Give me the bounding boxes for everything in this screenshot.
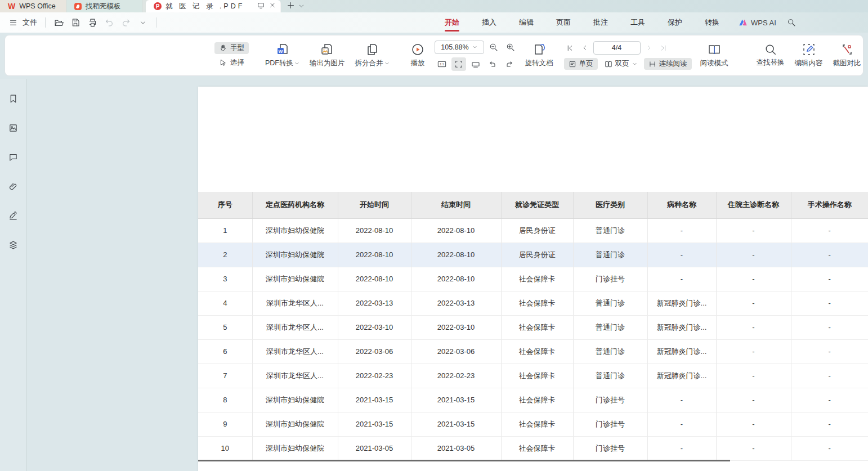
tab-docer-templates[interactable]: 找稻壳模板 <box>66 0 142 12</box>
menu-tab-annotate[interactable]: 批注 <box>582 12 619 33</box>
compress-button[interactable]: 压缩 <box>866 42 868 69</box>
first-page-icon <box>566 44 574 52</box>
select-tool-button[interactable]: 选择 <box>214 57 249 69</box>
header-disease-name: 病种名称 <box>647 192 716 218</box>
first-page-button[interactable] <box>564 41 576 55</box>
menu-tab-edit[interactable]: 编辑 <box>508 12 545 33</box>
header-medical-category: 医疗类别 <box>573 192 647 218</box>
bookmarks-panel-button[interactable] <box>5 90 22 107</box>
table-row[interactable]: 1深圳市妇幼保健院2022-08-102022-08-10居民身份证普通门诊--… <box>198 218 868 243</box>
new-tab-plus-icon[interactable] <box>287 1 295 12</box>
close-tab-icon[interactable] <box>269 2 276 11</box>
table-cell: 门诊挂号 <box>573 267 647 291</box>
print-icon[interactable] <box>85 15 100 30</box>
wps-ai-button[interactable]: WPS AI <box>739 19 776 27</box>
edit-content-button[interactable]: 编辑内容 <box>790 42 828 69</box>
table-row[interactable]: 10深圳市妇幼保健院2021-03-052021-03-05社会保障卡门诊挂号-… <box>198 436 868 460</box>
menu-tab-protect[interactable]: 保护 <box>656 12 693 33</box>
page-indicator-value: 4/4 <box>612 44 621 52</box>
menu-tab-page[interactable]: 页面 <box>545 12 582 33</box>
more-actions-chevron-icon[interactable] <box>136 15 150 30</box>
menu-tab-convert[interactable]: 转换 <box>693 12 731 33</box>
file-menu[interactable]: 文件 <box>23 17 37 28</box>
rotate-left-icon <box>488 60 497 69</box>
document-viewport[interactable]: 序号 定点医药机构名称 开始时间 结束时间 就诊凭证类型 医疗类别 病种名称 住… <box>28 79 868 471</box>
page-indicator-input[interactable]: 4/4 <box>593 41 641 55</box>
table-cell: - <box>791 315 868 339</box>
table-cell: 深圳市妇幼保健院 <box>252 388 338 412</box>
split-merge-button[interactable]: 拆分合并 <box>350 42 395 69</box>
pdf-convert-button[interactable]: W PDF转换 <box>260 42 305 69</box>
previous-page-button[interactable] <box>579 41 591 55</box>
table-row[interactable]: 2深圳市妇幼保健院2022-08-102022-08-10居民身份证普通门诊--… <box>198 243 868 267</box>
svg-text:W: W <box>278 49 283 54</box>
open-folder-icon[interactable] <box>51 15 66 30</box>
table-row[interactable]: 4深圳市龙华区人...2022-03-132022-03-13社会保障卡普通门诊… <box>198 291 868 315</box>
pdf-file-icon: P <box>154 2 162 10</box>
fit-width-icon <box>471 60 480 69</box>
zoom-level-select[interactable]: 105.88% <box>435 41 484 54</box>
thumbnails-panel-button[interactable] <box>5 119 22 136</box>
search-icon[interactable] <box>784 15 799 30</box>
rotate-document-button[interactable]: 旋转文档 <box>520 42 558 69</box>
hand-tool-label: 手型 <box>230 43 244 53</box>
comments-panel-button[interactable] <box>5 149 22 165</box>
rotate-left-button[interactable] <box>485 57 500 71</box>
rotate-right-button[interactable] <box>502 57 517 71</box>
table-row[interactable]: 5深圳市龙华区人...2022-03-102022-03-10社会保障卡普通门诊… <box>198 315 868 339</box>
header-credential-type: 就诊凭证类型 <box>501 192 573 218</box>
undo-icon[interactable] <box>102 15 117 30</box>
save-icon[interactable] <box>68 15 83 30</box>
monitor-icon[interactable] <box>257 2 265 11</box>
find-replace-button[interactable]: 查找替换 <box>751 42 790 69</box>
table-cell: - <box>716 218 791 243</box>
screenshot-compare-label: 截图对比 <box>833 59 861 68</box>
actual-size-button[interactable]: 1:1 <box>435 57 449 71</box>
menu-tab-home[interactable]: 开始 <box>433 12 471 33</box>
table-cell: 2 <box>198 243 252 267</box>
double-page-icon <box>605 60 612 68</box>
continuous-read-button[interactable]: 连续阅读 <box>644 58 692 70</box>
menu-tab-insert[interactable]: 插入 <box>471 12 508 33</box>
table-row[interactable]: 7深圳市龙华区人...2022-02-232022-02-23社会保障卡普通门诊… <box>198 364 868 388</box>
zoom-in-button[interactable] <box>503 41 518 54</box>
table-cell: 社会保障卡 <box>501 315 573 339</box>
tab-document-pdf[interactable]: P 就 医 记 录 .PDF <box>146 0 281 12</box>
play-button[interactable]: 播放 <box>406 42 430 69</box>
menu-tab-tools[interactable]: 工具 <box>619 12 656 33</box>
export-image-button[interactable]: 输出为图片 <box>305 42 350 69</box>
read-mode-button[interactable]: 阅读模式 <box>695 42 733 69</box>
pdf-page[interactable]: 序号 定点医药机构名称 开始时间 结束时间 就诊凭证类型 医疗类别 病种名称 住… <box>198 87 868 471</box>
single-page-button[interactable]: 单页 <box>564 58 598 70</box>
attachments-panel-button[interactable] <box>5 178 22 195</box>
zoom-out-button[interactable] <box>486 41 501 54</box>
tab-docer-label: 找稻壳模板 <box>86 2 121 11</box>
table-cell: 2022-03-06 <box>411 339 501 364</box>
table-cell: 普通门诊 <box>573 243 647 267</box>
previous-page-icon <box>581 44 588 51</box>
signature-panel-button[interactable] <box>5 207 22 224</box>
next-page-button[interactable] <box>643 41 655 55</box>
double-page-button[interactable]: 双页 <box>600 58 642 70</box>
redo-icon[interactable] <box>119 15 133 30</box>
table-cell: - <box>791 243 868 267</box>
chevron-down-icon <box>384 61 390 66</box>
table-row[interactable]: 6深圳市龙华区人...2022-03-062022-03-06社会保障卡普通门诊… <box>198 339 868 364</box>
table-cell: 2022-02-23 <box>411 364 501 388</box>
tab-wps-office[interactable]: W WPS Office <box>0 0 66 12</box>
hamburger-icon[interactable] <box>6 15 20 30</box>
tab-list-chevron-icon[interactable] <box>298 1 305 11</box>
screenshot-compare-button[interactable]: 截图对比 <box>828 42 866 69</box>
fit-page-button[interactable] <box>451 57 466 71</box>
table-cell: 6 <box>198 339 252 364</box>
table-row[interactable]: 3深圳市妇幼保健院2022-08-102022-08-10社会保障卡门诊挂号--… <box>198 267 868 291</box>
edit-content-label: 编辑内容 <box>795 59 823 68</box>
table-row[interactable]: 8深圳市妇幼保健院2021-03-152021-03-15社会保障卡门诊挂号--… <box>198 388 868 412</box>
layers-panel-button[interactable] <box>5 236 22 253</box>
table-cell: 深圳市龙华区人... <box>252 339 338 364</box>
table-row[interactable]: 9深圳市妇幼保健院2021-03-152021-03-15社会保障卡门诊挂号--… <box>198 412 868 436</box>
fit-width-button[interactable] <box>468 57 483 71</box>
hand-tool-button[interactable]: 手型 <box>214 42 249 54</box>
last-page-button[interactable] <box>657 41 670 55</box>
table-cell: 普通门诊 <box>573 339 647 364</box>
